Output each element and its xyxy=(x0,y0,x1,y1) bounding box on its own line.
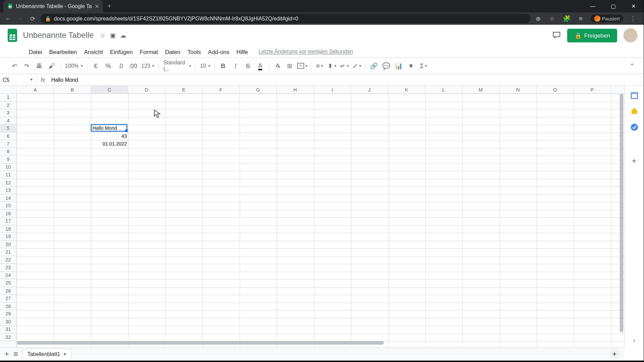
column-header-D[interactable]: D xyxy=(128,86,165,93)
row-header-10[interactable]: 10 xyxy=(0,163,16,171)
row-header-31[interactable]: 31 xyxy=(0,325,16,333)
move-icon[interactable]: ▣ xyxy=(110,32,116,39)
italic-button[interactable]: I xyxy=(230,60,241,71)
row-header-20[interactable]: 20 xyxy=(0,241,16,248)
comments-button[interactable] xyxy=(552,30,561,41)
print-button[interactable]: 🖶 xyxy=(34,60,45,71)
add-sheet-button[interactable]: + xyxy=(4,350,9,359)
fill-color-button[interactable] xyxy=(272,60,283,71)
menu-hilfe[interactable]: Hilfe xyxy=(233,48,251,56)
increase-decimal-button[interactable]: .00 xyxy=(127,60,139,71)
font-size-select[interactable]: 10 xyxy=(198,63,212,69)
nav-back-button[interactable]: ← xyxy=(4,15,12,22)
filter-button[interactable]: ▼ xyxy=(405,60,417,71)
collapse-side-panel-button[interactable]: › xyxy=(633,337,635,344)
select-all-corner[interactable] xyxy=(0,86,17,93)
profile-chip[interactable]: Pausiert xyxy=(590,14,623,22)
insert-comment-button[interactable]: 💬 xyxy=(380,60,392,71)
sheets-logo[interactable] xyxy=(6,27,18,43)
row-header-29[interactable]: 29 xyxy=(0,310,16,318)
row-header-24[interactable]: 24 xyxy=(0,272,16,279)
column-header-K[interactable]: K xyxy=(388,86,425,93)
row-header-28[interactable]: 28 xyxy=(0,302,16,310)
row-header-30[interactable]: 30 xyxy=(0,318,16,325)
column-header-I[interactable]: I xyxy=(314,86,351,93)
paint-format-button[interactable]: 🖌 xyxy=(46,60,57,71)
row-header-11[interactable]: 11 xyxy=(0,171,16,179)
decrease-decimal-button[interactable]: .0 xyxy=(115,60,126,71)
row-header-15[interactable]: 15 xyxy=(0,202,16,209)
text-wrap-button[interactable]: ↵ xyxy=(338,60,350,71)
menu-datei[interactable]: Datei xyxy=(25,48,45,56)
column-header-O[interactable]: O xyxy=(537,86,574,93)
redo-button[interactable]: ↷ xyxy=(21,60,33,71)
row-header-22[interactable]: 22 xyxy=(0,256,16,264)
vertical-scrollbar[interactable] xyxy=(620,94,624,332)
window-maximize-button[interactable]: ▢ xyxy=(603,0,624,12)
number-format-select[interactable]: 123 xyxy=(140,63,156,69)
menu-add-ons[interactable]: Add-ons xyxy=(205,48,232,56)
column-header-G[interactable]: G xyxy=(239,86,277,93)
row-header-26[interactable]: 26 xyxy=(0,287,16,295)
zoom-select[interactable]: 100% xyxy=(63,63,84,69)
row-header-19[interactable]: 19 xyxy=(0,233,16,241)
row-header-7[interactable]: 7 xyxy=(0,140,16,148)
horizontal-align-button[interactable]: ≡ xyxy=(314,60,325,71)
column-header-H[interactable]: H xyxy=(277,86,314,93)
account-avatar[interactable] xyxy=(623,28,637,42)
functions-button[interactable]: Σ xyxy=(418,60,429,71)
row-header-16[interactable]: 16 xyxy=(0,209,16,217)
row-header-27[interactable]: 27 xyxy=(0,295,16,302)
extensions-icon[interactable]: 🧩 xyxy=(562,15,571,22)
font-family-select[interactable]: Standard (... xyxy=(162,60,193,72)
column-header-A[interactable]: A xyxy=(17,86,54,93)
row-header-1[interactable]: 1 xyxy=(0,94,16,101)
nav-reload-button[interactable]: ⟳ xyxy=(28,15,37,22)
window-minimize-button[interactable]: — xyxy=(583,0,603,12)
cloud-status-icon[interactable]: ☁ xyxy=(120,32,126,39)
text-color-button[interactable]: A xyxy=(255,60,266,71)
row-header-9[interactable]: 9 xyxy=(0,156,16,163)
bold-button[interactable]: B xyxy=(217,60,229,71)
column-header-P[interactable]: P xyxy=(574,86,611,93)
column-header-L[interactable]: L xyxy=(425,86,463,93)
new-tab-button[interactable]: + xyxy=(103,2,116,10)
column-header-B[interactable]: B xyxy=(54,86,91,93)
currency-button[interactable]: € xyxy=(90,60,101,71)
column-header-J[interactable]: J xyxy=(351,86,388,93)
menu-tools[interactable]: Tools xyxy=(184,48,204,56)
tab-close-icon[interactable]: ✕ xyxy=(95,3,99,10)
calendar-icon[interactable] xyxy=(630,91,638,100)
row-header-18[interactable]: 18 xyxy=(0,225,16,233)
row-header-8[interactable]: 8 xyxy=(0,148,16,156)
formula-input[interactable]: Hallo Mond xyxy=(50,77,644,83)
column-header-E[interactable]: E xyxy=(165,86,203,93)
undo-button[interactable]: ↶ xyxy=(9,60,20,71)
row-header-14[interactable]: 14 xyxy=(0,194,16,202)
star-icon[interactable]: ☆ xyxy=(100,32,106,39)
horizontal-scrollbar[interactable] xyxy=(17,341,384,345)
vertical-align-button[interactable]: ⬍ xyxy=(326,60,337,71)
tasks-icon[interactable] xyxy=(630,123,638,131)
explore-button[interactable] xyxy=(609,349,620,360)
zoom-icon[interactable]: ⊕ xyxy=(534,15,543,22)
row-header-4[interactable]: 4 xyxy=(0,117,16,125)
cell-C5[interactable]: Hallo Mond xyxy=(91,125,128,132)
row-header-12[interactable]: 12 xyxy=(0,179,16,186)
column-header-M[interactable]: M xyxy=(463,86,500,93)
cell-C6[interactable]: 43 xyxy=(91,132,128,140)
collapse-toolbar-button[interactable]: ⌃ xyxy=(630,62,635,69)
menu-daten[interactable]: Daten xyxy=(162,48,183,56)
text-rotation-button[interactable]: ⤢ xyxy=(351,60,362,71)
row-header-13[interactable]: 13 xyxy=(0,186,16,194)
share-button[interactable]: 🔒 Freigeben xyxy=(568,28,617,42)
borders-button[interactable]: ⊞ xyxy=(284,60,296,71)
address-bar[interactable]: 🔒 docs.google.com/spreadsheets/d/1SF42SZ… xyxy=(41,14,530,23)
insert-chart-button[interactable]: 📊 xyxy=(393,60,404,71)
browser-tab[interactable]: Unbenannte Tabelle - Google Ta ✕ xyxy=(4,0,103,12)
row-header-6[interactable]: 6 xyxy=(0,132,16,140)
row-header-23[interactable]: 23 xyxy=(0,264,16,272)
column-header-N[interactable]: N xyxy=(499,86,537,93)
row-header-32[interactable]: 32 xyxy=(0,333,16,341)
merge-cells-button[interactable] xyxy=(297,60,308,71)
